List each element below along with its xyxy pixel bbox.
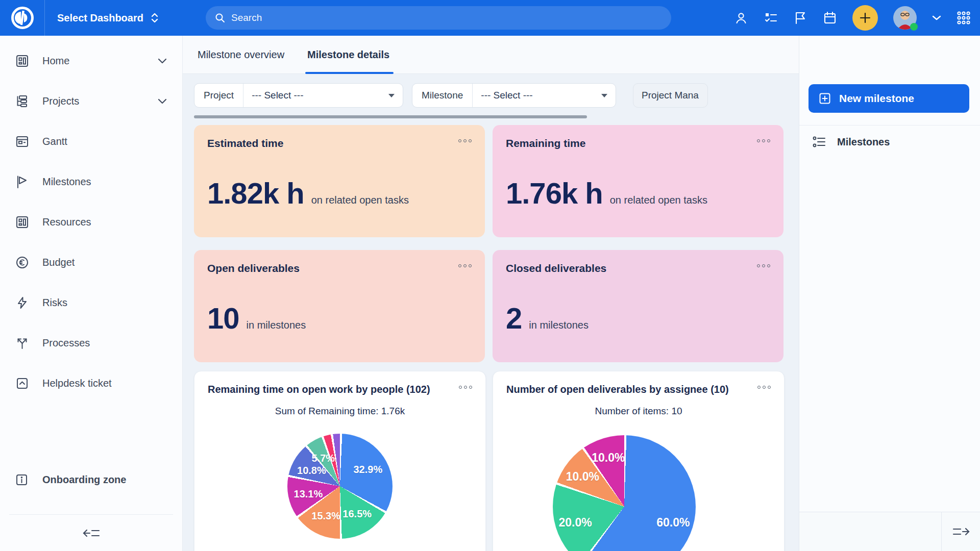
- logo-icon: [11, 6, 34, 30]
- sidebar-item-label: Resources: [42, 216, 167, 228]
- projects-tree-icon: [15, 94, 29, 108]
- pie-slice-label: 10.0%: [566, 469, 599, 483]
- expand-right-icon: [952, 526, 970, 537]
- project-manager-filter-label: Project Mana: [642, 90, 699, 101]
- card-title: Open deliverables: [207, 262, 300, 274]
- milestone-filter-value: --- Select ---: [473, 90, 601, 101]
- card-menu-button[interactable]: [458, 262, 472, 267]
- search-input[interactable]: Search: [206, 6, 671, 30]
- dropdown-caret-icon: [601, 94, 607, 97]
- collapse-left-icon: [83, 528, 100, 539]
- search-icon: [215, 13, 225, 23]
- expand-updown-icon: [151, 12, 159, 24]
- sidebar-item-resources[interactable]: Resources: [0, 202, 182, 242]
- stat-card-open-deliverables: Open deliverables 10 in milestones: [194, 250, 485, 362]
- new-milestone-label: New milestone: [839, 92, 914, 105]
- pie-slice-label: 10.8%: [297, 464, 326, 476]
- sidebar-item-risks[interactable]: Risks: [0, 283, 182, 323]
- sidebar-item-label: Gantt: [42, 136, 167, 147]
- card-menu-button[interactable]: [757, 262, 770, 267]
- chart-title: Remaining time on open work by people (1…: [208, 384, 430, 395]
- project-filter-select[interactable]: Project --- Select ---: [194, 83, 403, 108]
- tab-milestone-details[interactable]: Milestone details: [307, 36, 389, 74]
- pie-slice-label: 5.7%: [312, 453, 335, 464]
- chart-subtitle: Sum of Remaining time: 1.76k: [208, 406, 472, 417]
- pie-slice-label: 13.1%: [294, 488, 323, 499]
- apps-grid-icon[interactable]: [957, 11, 971, 25]
- card-menu-button[interactable]: [757, 384, 771, 389]
- dashboard-selector[interactable]: Select Dashboard: [57, 12, 159, 24]
- left-sidebar: Home Projects Gantt Milestones: [0, 36, 183, 551]
- app-logo[interactable]: [0, 0, 45, 36]
- pie-slice-label: 60.0%: [656, 516, 690, 530]
- dashboard-selector-label: Select Dashboard: [57, 12, 143, 24]
- horizontal-scrollbar[interactable]: [194, 115, 587, 118]
- user-icon[interactable]: [734, 11, 748, 25]
- onboarding-label: Onboarding zone: [42, 474, 126, 486]
- card-menu-button[interactable]: [459, 384, 472, 389]
- panel-footer: [799, 512, 980, 551]
- search-placeholder: Search: [231, 12, 262, 23]
- sidebar-item-helpdesk[interactable]: Helpdesk ticket: [0, 363, 182, 404]
- project-manager-filter[interactable]: Project Mana: [633, 83, 708, 108]
- tasks-checklist-icon[interactable]: [764, 11, 778, 25]
- sidebar-item-gantt[interactable]: Gantt: [0, 121, 182, 162]
- plus-square-icon: [819, 92, 831, 105]
- milestone-filter-select[interactable]: Milestone --- Select ---: [412, 83, 616, 108]
- tab-milestone-overview[interactable]: Milestone overview: [198, 36, 284, 74]
- sidebar-item-label: Processes: [42, 337, 167, 349]
- pie-slice-label: 10.0%: [592, 451, 625, 465]
- flag-icon[interactable]: [793, 11, 807, 25]
- card-value: 1.76k h: [506, 176, 603, 210]
- sidebar-item-budget[interactable]: Budget: [0, 242, 182, 283]
- project-filter-label: Project: [194, 84, 243, 107]
- card-value: 10: [207, 301, 239, 335]
- online-status-dot: [910, 23, 918, 31]
- filter-row: Project --- Select --- Milestone --- Sel…: [194, 83, 708, 108]
- euro-icon: [15, 256, 29, 269]
- calendar-icon[interactable]: [823, 11, 837, 25]
- panel-item-label: Milestones: [837, 136, 890, 148]
- dashboard-icon: [15, 54, 29, 68]
- panel-item-milestones[interactable]: Milestones: [799, 126, 980, 158]
- lightning-icon: [15, 296, 29, 310]
- sidebar-item-onboarding-zone[interactable]: Onboarding zone: [0, 462, 182, 497]
- box-arrow-up-icon: [15, 377, 29, 390]
- stat-card-closed-deliverables: Closed deliverables 2 in milestones: [493, 250, 783, 362]
- sidebar-item-projects[interactable]: Projects: [0, 81, 182, 121]
- sidebar-item-label: Home: [42, 55, 144, 67]
- card-menu-button[interactable]: [757, 137, 770, 142]
- chart-card-remaining-time-by-people: Remaining time on open work by people (1…: [194, 371, 486, 551]
- quick-add-button[interactable]: [852, 5, 878, 31]
- tab-label: Milestone details: [307, 49, 389, 61]
- chart-title: Number of open deliverables by assignee …: [506, 384, 729, 395]
- sidebar-collapse-button[interactable]: [9, 514, 173, 551]
- dashboard-icon: [15, 215, 29, 229]
- plus-icon: [859, 12, 871, 24]
- sidebar-item-processes[interactable]: Processes: [0, 323, 182, 363]
- chart-card-open-deliverables-by-assignee: Number of open deliverables by assignee …: [493, 371, 785, 551]
- right-panel: New milestone Milestones: [799, 36, 980, 551]
- top-bar: Select Dashboard Search: [0, 0, 980, 36]
- tab-label: Milestone overview: [198, 49, 284, 61]
- pie-chart-remaining-time[interactable]: 32.9%16.5%15.3%13.1%10.8%5.7%: [287, 434, 393, 539]
- card-title: Estimated time: [207, 137, 283, 149]
- topbar-icons: [734, 0, 971, 36]
- sidebar-item-milestones[interactable]: Milestones: [0, 162, 182, 202]
- dropdown-caret-icon: [388, 94, 395, 97]
- pie-chart-deliverables[interactable]: 60.0%20.0%10.0%10.0%: [553, 435, 696, 551]
- card-title: Closed deliverables: [506, 262, 606, 274]
- sidebar-item-home[interactable]: Home: [0, 41, 182, 81]
- avatar[interactable]: [893, 6, 917, 30]
- card-value: 1.82k h: [207, 176, 304, 210]
- main-content: Project --- Select --- Milestone --- Sel…: [183, 74, 799, 551]
- pie-slice-label: 20.0%: [559, 516, 592, 530]
- panel-expand-button[interactable]: [941, 512, 980, 551]
- card-caption: in milestones: [247, 319, 306, 331]
- new-milestone-button[interactable]: New milestone: [808, 84, 969, 113]
- profile-chevron-down-icon[interactable]: [932, 15, 941, 21]
- stat-card-remaining-time: Remaining time 1.76k h on related open t…: [493, 125, 783, 237]
- card-menu-button[interactable]: [458, 137, 472, 142]
- list-icon: [813, 136, 826, 148]
- card-caption: on related open tasks: [610, 194, 707, 206]
